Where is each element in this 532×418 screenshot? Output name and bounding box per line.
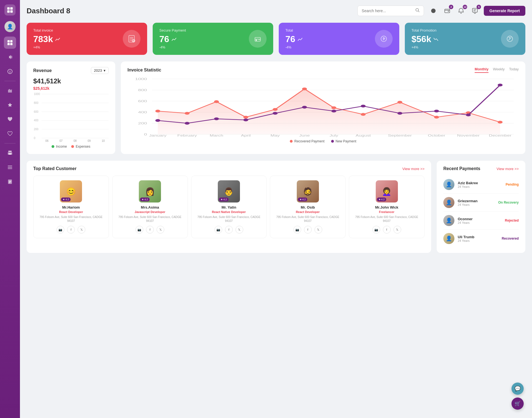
stat-value-0: 783k — [33, 34, 53, 44]
facebook-icon-3[interactable]: f — [304, 226, 312, 234]
payment-age-0: 24 Years — [458, 185, 502, 188]
instagram-icon-0[interactable]: 📷 — [57, 226, 64, 234]
sidebar-item-settings[interactable] — [4, 51, 16, 63]
twitter-icon-3[interactable]: 𝕏 — [314, 226, 322, 234]
payment-avatar-3: 👤 — [443, 233, 454, 244]
svg-text:March: March — [210, 134, 223, 137]
support-float-btn[interactable]: 💬 — [511, 383, 524, 395]
customer-address-0: 795 Folsom Ave, Suite 600 San Francisco,… — [36, 215, 106, 223]
chevron-down-icon: ▾ — [104, 68, 106, 73]
sidebar-item-heart2[interactable] — [4, 128, 16, 140]
charts-row: Revenue 2023 ▾ $41,512k $25,612k 1000 80… — [27, 61, 525, 154]
payment-item-2: 👤 Oconner 24 Years Rejected — [443, 212, 519, 230]
facebook-icon-4[interactable]: f — [383, 226, 391, 234]
sidebar-item-heart1[interactable] — [4, 113, 16, 125]
payments-view-more[interactable]: View more >> — [497, 167, 519, 171]
sidebar-logo[interactable] — [4, 4, 16, 16]
revenue-card: Revenue 2023 ▾ $41,512k $25,612k 1000 80… — [27, 61, 115, 154]
generate-report-btn[interactable]: Generate Report — [484, 6, 525, 16]
svg-point-61 — [185, 112, 190, 115]
theme-toggle-btn[interactable] — [428, 6, 438, 16]
sidebar-item-report[interactable] — [4, 176, 16, 188]
customer-role-3: React Developer — [273, 210, 342, 214]
stat-card-secure-payment[interactable]: Secure Payment 76 -4% — [153, 23, 273, 55]
tab-monthly[interactable]: Monthly — [475, 67, 488, 73]
rating-badge-3: ★4.2 — [298, 198, 308, 201]
customer-name-3: Mr. Osib — [273, 205, 342, 209]
svg-rect-3 — [10, 10, 13, 13]
stat-icon-3 — [501, 30, 519, 48]
wallet-btn[interactable]: 2 — [442, 6, 452, 16]
svg-point-73 — [185, 122, 190, 125]
stat-icon-2 — [375, 30, 393, 48]
tab-weekly[interactable]: Weekly — [493, 67, 505, 73]
search-input[interactable] — [362, 9, 413, 13]
twitter-icon-1[interactable]: 𝕏 — [157, 226, 164, 234]
payment-name-3: Uli Trumb — [458, 235, 498, 239]
stat-value-3: $56k — [411, 34, 431, 44]
instagram-icon-1[interactable]: 📷 — [135, 226, 143, 234]
stat-card-total[interactable]: Total 76 -4% — [279, 23, 399, 55]
x-label-0: 06 — [42, 139, 52, 142]
svg-text:August: August — [355, 134, 371, 137]
recovered-legend-dot — [290, 140, 293, 143]
facebook-icon-1[interactable]: f — [146, 226, 154, 234]
user-avatar[interactable]: 👤 — [4, 21, 16, 32]
payment-avatar-0: 👤 — [443, 179, 454, 190]
instagram-icon-4[interactable]: 📷 — [372, 226, 380, 234]
new-payment-legend-dot — [331, 140, 334, 143]
sidebar-item-print[interactable] — [4, 147, 16, 159]
twitter-icon-2[interactable]: 𝕏 — [236, 226, 243, 234]
rating-badge-2: ★4.2 — [219, 198, 229, 201]
facebook-icon-2[interactable]: f — [225, 226, 233, 234]
facebook-icon-0[interactable]: f — [67, 226, 75, 234]
stat-change-0: +4% — [33, 45, 60, 49]
svg-point-63 — [243, 116, 248, 119]
recovered-legend-label: Recovered Payment — [294, 139, 324, 143]
search-bar[interactable] — [357, 6, 424, 16]
customer-role-0: React Developer — [36, 210, 106, 214]
customer-name-0: Mr.Hariom — [36, 205, 106, 209]
expense-legend-label: Expenses — [76, 145, 90, 148]
chart-legend: Income Expenses — [33, 145, 109, 148]
payment-status-1: On Recovery — [498, 201, 519, 204]
customer-socials-2: 📷 f 𝕏 — [194, 226, 264, 234]
sidebar-item-menu[interactable] — [4, 161, 16, 173]
rating-badge-0: ★4.2 — [61, 198, 71, 201]
payment-status-3: Recovered — [502, 237, 519, 240]
stat-card-total-invoice[interactable]: Total invoice 783k +4% $ — [27, 23, 147, 55]
customers-view-more[interactable]: View more >> — [402, 167, 424, 171]
sidebar-divider2 — [4, 143, 16, 143]
year-value: 2023 — [94, 68, 102, 73]
year-selector[interactable]: 2023 ▾ — [91, 67, 109, 74]
revenue-bar-chart: 1000 800 600 400 200 0 — [33, 94, 109, 148]
income-legend-label: Income — [56, 145, 67, 148]
stat-change-3: +4% — [411, 45, 438, 49]
svg-line-19 — [418, 11, 420, 12]
cart-float-btn[interactable]: 🛒 — [511, 398, 524, 410]
tab-today[interactable]: Today — [509, 67, 519, 73]
chat-btn[interactable]: 5 — [470, 6, 480, 16]
svg-rect-6 — [7, 43, 10, 45]
stat-card-total-promotion[interactable]: Total Promotion $56k +4% — [405, 23, 525, 55]
instagram-icon-2[interactable]: 📷 — [214, 226, 222, 234]
customer-card-4: 👩‍🦱 ★4.2 Mr.John Wick Freelancer 795 Fol… — [349, 176, 424, 238]
svg-rect-0 — [7, 7, 10, 10]
instagram-icon-3[interactable]: 📷 — [293, 226, 301, 234]
payment-item-3: 👤 Uli Trumb 24 Years Recovered — [443, 230, 519, 247]
income-legend-dot — [52, 145, 54, 148]
sidebar-item-favorites[interactable] — [4, 99, 16, 111]
twitter-icon-4[interactable]: 𝕏 — [393, 226, 401, 234]
sidebar-item-analytics[interactable] — [4, 84, 16, 97]
revenue-secondary: $25,612k — [33, 86, 109, 91]
customer-card-0: 😊 ★4.2 Mr.Hariom React Developer 795 Fol… — [33, 176, 109, 238]
svg-rect-12 — [8, 167, 12, 168]
customer-avatar-0: 😊 ★4.2 — [60, 180, 82, 202]
sidebar-item-info[interactable] — [4, 65, 16, 78]
bell-btn[interactable]: 12 — [456, 6, 466, 16]
sidebar-item-dashboard[interactable] — [4, 37, 16, 49]
svg-point-78 — [331, 110, 336, 112]
twitter-icon-0[interactable]: 𝕏 — [78, 226, 85, 234]
x-label-4: 10 — [98, 139, 109, 142]
svg-point-65 — [302, 88, 307, 90]
